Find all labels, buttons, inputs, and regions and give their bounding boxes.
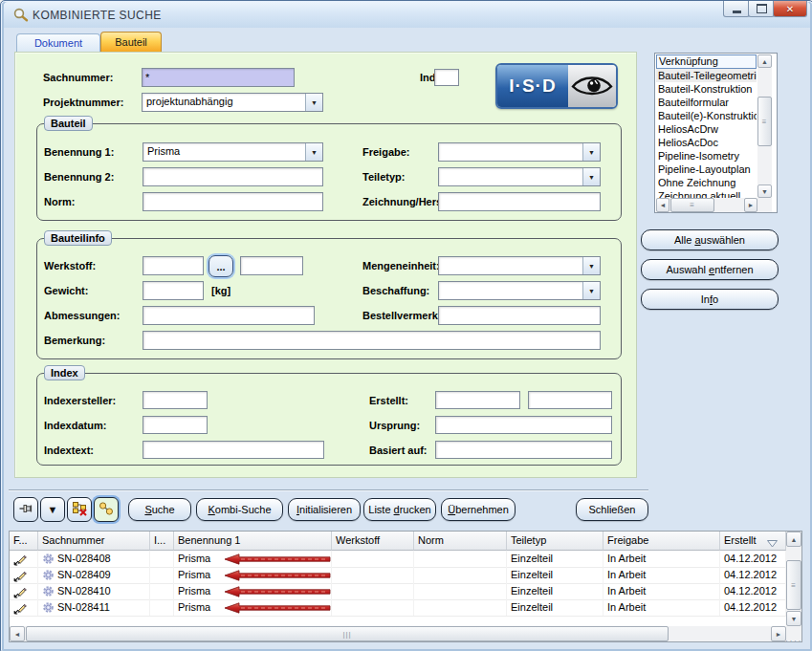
- list-hscroll-thumb[interactable]: ≡: [670, 198, 714, 212]
- projektnummer-label: Projektnummer:: [43, 96, 123, 109]
- link-item[interactable]: Pipeline-Layoutplan: [656, 163, 757, 176]
- info-button[interactable]: Info: [641, 289, 779, 310]
- link-item[interactable]: Zeichnung aktuell: [656, 189, 757, 198]
- uebernehmen-button[interactable]: Übernehmen: [441, 498, 516, 521]
- scroll-right-icon[interactable]: ►: [771, 626, 786, 641]
- chevron-down-icon[interactable]: ▼: [582, 257, 600, 274]
- table-vertical-scrollbar[interactable]: ▲ ≡ ▼: [786, 532, 801, 626]
- table-hscroll-thumb[interactable]: |||: [26, 626, 669, 641]
- list-vertical-scrollbar[interactable]: ▲ ≡ ▼: [757, 54, 772, 198]
- column-header[interactable]: Norm: [414, 532, 507, 551]
- table-horizontal-scrollbar[interactable]: ◄ ||| ►: [10, 626, 786, 641]
- norm-input[interactable]: [143, 192, 323, 211]
- group-index-title: Index: [44, 365, 85, 380]
- gewicht-input[interactable]: [143, 281, 204, 300]
- remove-selection-button[interactable]: Auswahl entfernen: [641, 259, 779, 280]
- teiletyp-combo[interactable]: ▼: [438, 167, 601, 186]
- werkstoff-browse-button[interactable]: ...: [208, 255, 233, 277]
- tab-bauteil[interactable]: Bauteil: [100, 32, 162, 52]
- select-all-button[interactable]: Alle auswählen: [641, 229, 779, 250]
- basiert-auf-input[interactable]: [435, 441, 612, 459]
- column-header[interactable]: I...: [150, 532, 174, 551]
- indexdatum-input[interactable]: [143, 416, 208, 434]
- titlebar[interactable]: KOMBINIERTE SUCHE: [4, 2, 810, 28]
- remove-structure-button[interactable]: [67, 497, 92, 522]
- scroll-right-icon[interactable]: ►: [744, 198, 757, 212]
- suche-button[interactable]: Suche: [128, 498, 191, 521]
- table-row[interactable]: SN-028411 Prisma Einzelteil In Arbeit 04…: [10, 599, 786, 617]
- scroll-down-icon[interactable]: ▼: [786, 611, 801, 626]
- tab-dokument[interactable]: Dokument: [16, 33, 100, 52]
- filter-icon[interactable]: [766, 536, 779, 551]
- erstellt-input-2[interactable]: [528, 391, 612, 409]
- indexersteller-input[interactable]: [143, 391, 208, 409]
- sachnummer-input[interactable]: [142, 68, 295, 87]
- link-item[interactable]: Bauteilformular: [656, 96, 757, 109]
- pin-button[interactable]: [13, 497, 38, 522]
- column-header[interactable]: Werkstoff: [332, 532, 414, 551]
- list-vscroll-thumb[interactable]: ≡: [757, 97, 772, 146]
- table-row[interactable]: SN-028409 Prisma Einzelteil In Arbeit 04…: [10, 567, 786, 584]
- projektnummer-combo[interactable]: projektunabhängig ▼: [142, 93, 323, 112]
- column-header[interactable]: Teiletyp: [507, 532, 604, 551]
- link-item-header[interactable]: Verknüpfung: [656, 54, 757, 69]
- column-header[interactable]: Sachnummer: [38, 532, 150, 551]
- chevron-down-icon[interactable]: ▼: [582, 282, 600, 299]
- close-button[interactable]: ✕: [773, 1, 807, 17]
- table-row[interactable]: SN-028408 Prisma Einzelteil In Arbeit 04…: [10, 551, 786, 568]
- chevron-down-icon[interactable]: ▼: [582, 143, 600, 161]
- indextext-input[interactable]: [143, 441, 324, 459]
- gewicht-unit-label: [kg]: [211, 284, 230, 297]
- annotation-arrow: [224, 553, 331, 565]
- link-item[interactable]: Ohne Zeichnung: [656, 176, 757, 189]
- link-item[interactable]: HeliosAcDrw: [656, 122, 757, 136]
- link-mode-button[interactable]: [94, 497, 119, 522]
- link-item[interactable]: HeliosAcDoc: [656, 136, 757, 149]
- scroll-up-icon[interactable]: ▲: [757, 54, 772, 68]
- checkout-pencil-icon: [13, 585, 27, 598]
- ursprung-input[interactable]: [435, 416, 612, 434]
- link-item[interactable]: Bauteil-Konstruktion: [656, 82, 757, 96]
- teiletyp-label: Teiletyp:: [362, 170, 405, 184]
- table-vscroll-thumb[interactable]: ≡: [786, 560, 801, 610]
- link-item[interactable]: Pipeline-Isometry: [656, 149, 757, 163]
- scroll-up-icon[interactable]: ▲: [786, 532, 801, 547]
- werkstoff-input[interactable]: [143, 256, 204, 275]
- beschaffung-combo[interactable]: ▼: [438, 281, 601, 300]
- maximize-button[interactable]: [748, 1, 775, 17]
- kombi-suche-button[interactable]: Kombi-Suche: [196, 498, 283, 521]
- benennung2-input[interactable]: [143, 167, 323, 186]
- chevron-down-icon[interactable]: ▼: [582, 168, 600, 185]
- column-header[interactable]: Benennung 1: [174, 532, 332, 551]
- link-item[interactable]: Bauteil-Teilegeometrie: [656, 69, 757, 82]
- schliessen-button[interactable]: Schließen: [576, 498, 648, 521]
- resize-grip[interactable]: ∙∙∙∙: [785, 636, 802, 645]
- initialisieren-button[interactable]: Initialisieren: [288, 498, 361, 521]
- list-horizontal-scrollbar[interactable]: ◄ ≡ ►: [656, 198, 757, 212]
- bauteil-search-form: Sachnummer: Index: I·S·D Projektnummer: …: [14, 52, 637, 478]
- benennung1-combo[interactable]: Prisma ▼: [143, 142, 323, 162]
- werkstoff-input-2[interactable]: [240, 256, 303, 275]
- scroll-down-icon[interactable]: ▼: [757, 184, 772, 198]
- freigabe-combo[interactable]: ▼: [438, 142, 601, 162]
- chevron-down-icon[interactable]: ▼: [305, 94, 322, 111]
- scroll-left-icon[interactable]: ◄: [10, 626, 25, 641]
- bestellvermerk-input[interactable]: [438, 306, 601, 325]
- liste-drucken-button[interactable]: Liste drucken: [363, 498, 436, 521]
- mengeneinheit-combo[interactable]: ▼: [438, 256, 601, 275]
- column-header[interactable]: F...: [10, 532, 38, 551]
- chevron-down-icon[interactable]: ▼: [305, 143, 322, 161]
- scroll-left-icon[interactable]: ◄: [656, 198, 669, 212]
- structure-delete-icon: [72, 501, 87, 518]
- filter-dropdown-button[interactable]: ▼: [40, 497, 65, 522]
- zeichnung-herst-input[interactable]: [438, 192, 601, 211]
- minimize-button[interactable]: [723, 1, 750, 17]
- link-item[interactable]: Bauteil(e)-Konstruktion: [656, 109, 757, 122]
- erstellt-input-1[interactable]: [435, 391, 520, 409]
- table-row[interactable]: SN-028410 Prisma Einzelteil In Arbeit 04…: [10, 583, 786, 600]
- bemerkung-input[interactable]: [143, 331, 601, 350]
- abmessungen-input[interactable]: [143, 306, 315, 325]
- column-header-erstellt[interactable]: Erstellt: [720, 532, 786, 551]
- index-input[interactable]: [434, 69, 459, 86]
- column-header[interactable]: Freigabe: [604, 532, 720, 551]
